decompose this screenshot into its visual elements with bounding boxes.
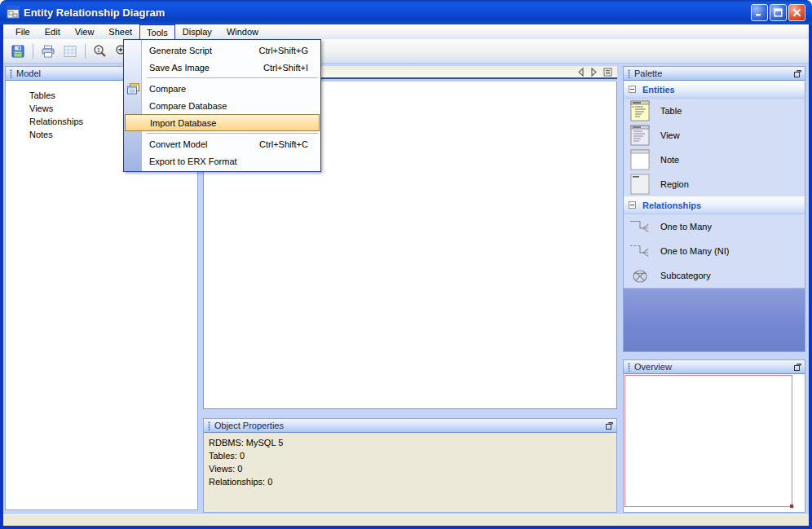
palette-item-region[interactable]: Region [624, 172, 805, 196]
menu-display[interactable]: Display [175, 24, 219, 39]
relationships-section-title: Relationships [642, 201, 701, 210]
close-icon [792, 8, 801, 17]
tools-dropdown-menu: Generate Script Ctrl+Shift+G Save As Ima… [123, 39, 321, 172]
grid-icon [62, 43, 78, 60]
shortcut-label: Ctrl+Shift+C [259, 139, 320, 149]
prop-tables: Tables: 0 [209, 449, 611, 462]
status-bar [3, 514, 809, 526]
subcategory-icon [629, 267, 651, 284]
sheet-list-button[interactable] [603, 68, 612, 77]
drag-grip[interactable] [10, 69, 12, 78]
overview-header: Overview [624, 360, 805, 374]
float-panel-button[interactable] [792, 68, 802, 78]
menu-window[interactable]: Window [219, 24, 266, 39]
palette-item-label: Note [660, 155, 679, 165]
menu-edit[interactable]: Edit [38, 24, 68, 39]
palette-panel: Palette Entities [623, 66, 805, 352]
palette-item-note[interactable]: Note [624, 148, 805, 172]
sheet-next-button[interactable] [590, 68, 598, 77]
minimize-icon [755, 8, 764, 17]
palette-item-one-to-many[interactable]: One to Many [624, 214, 805, 239]
prop-views: Views: 0 [209, 462, 611, 475]
overview-title: Overview [634, 362, 792, 372]
palette-item-label: One to Many [660, 222, 712, 231]
object-properties-header: Object Properties [204, 419, 616, 433]
entities-section-title: Entities [642, 85, 675, 95]
zoom-actual-icon: 1 [92, 43, 108, 60]
save-icon [10, 43, 26, 60]
toolbar-separator [85, 44, 86, 59]
palette-item-label: Subcategory [660, 271, 711, 280]
drag-grip[interactable] [628, 363, 630, 372]
float-panel-button[interactable] [604, 421, 614, 430]
float-icon [793, 363, 802, 372]
palette-item-label: View [660, 130, 680, 140]
app-window: Entity Relationship Diagram File Edit Vi… [0, 0, 812, 529]
minimize-button[interactable] [751, 4, 768, 21]
object-properties-panel: Object Properties RDBMS: MySQL 5 Tables:… [203, 418, 617, 513]
palette-item-subcategory[interactable]: Subcategory [624, 263, 805, 288]
float-panel-button[interactable] [792, 362, 802, 372]
menu-item-generate-script[interactable]: Generate Script Ctrl+Shift+G [125, 42, 320, 59]
close-button[interactable] [788, 4, 805, 21]
collapse-icon[interactable] [629, 201, 636, 209]
overview-viewport-rect[interactable] [624, 375, 792, 507]
overview-body [624, 374, 805, 512]
save-button[interactable] [8, 42, 28, 61]
view-entity-icon [629, 125, 651, 146]
menu-item-export-to-erx[interactable]: Export to ERX Format [125, 152, 320, 170]
shortcut-label: Ctrl+Shift+G [258, 46, 320, 55]
palette-title: Palette [634, 68, 792, 78]
list-icon [603, 68, 612, 77]
palette-body: Entities Table [624, 81, 805, 351]
menu-item-import-database[interactable]: Import Database [125, 114, 320, 131]
palette-item-label: Region [660, 179, 689, 189]
table-entity-icon [629, 100, 651, 121]
menu-item-compare[interactable]: Compare [125, 80, 320, 97]
menu-file[interactable]: File [8, 24, 38, 39]
app-icon [7, 6, 20, 19]
palette-header: Palette [624, 67, 805, 81]
sheet-prev-button[interactable] [577, 68, 585, 77]
window-title: Entity Relationship Diagram [24, 7, 751, 19]
menu-item-save-as-image[interactable]: Save As Image Ctrl+Shift+I [125, 59, 320, 76]
toolbar-separator [33, 44, 33, 59]
palette-item-label: One to Many (NI) [660, 246, 729, 256]
menu-bar: File Edit View Sheet Tools Display Windo… [3, 24, 809, 39]
zoom-actual-button[interactable]: 1 [90, 42, 110, 61]
chevron-right-icon [590, 68, 598, 77]
chevron-left-icon [577, 68, 585, 77]
viewport-resize-handle[interactable] [790, 505, 793, 508]
overview-panel: Overview [623, 359, 805, 513]
one-to-many-ni-icon [629, 242, 651, 260]
palette-item-one-to-many-ni[interactable]: One to Many (NI) [624, 239, 805, 263]
maximize-button[interactable] [770, 4, 787, 21]
title-bar: Entity Relationship Diagram [0, 0, 812, 24]
relationships-section-header[interactable]: Relationships [624, 196, 805, 214]
menu-sheet[interactable]: Sheet [101, 24, 139, 39]
note-entity-icon [629, 149, 651, 170]
object-properties-body: RDBMS: MySQL 5 Tables: 0 Views: 0 Relati… [204, 433, 616, 512]
float-icon [793, 69, 802, 78]
grid-button[interactable] [60, 42, 80, 61]
palette-item-label: Table [660, 106, 682, 116]
entities-section-header[interactable]: Entities [624, 81, 805, 99]
print-icon [40, 43, 56, 60]
prop-relationships: Relationships: 0 [209, 475, 611, 488]
region-entity-icon [629, 174, 651, 195]
palette-item-view[interactable]: View [624, 123, 805, 148]
drag-grip[interactable] [628, 69, 630, 78]
maximize-icon [774, 8, 783, 17]
menu-item-convert-model[interactable]: Convert Model Ctrl+Shift+C [125, 135, 320, 152]
drag-grip[interactable] [208, 421, 210, 430]
shortcut-label: Ctrl+Shift+I [263, 63, 320, 73]
menu-item-compare-database[interactable]: Compare Database [125, 97, 320, 114]
collapse-icon[interactable] [629, 86, 636, 93]
one-to-many-icon [629, 218, 651, 236]
print-button[interactable] [38, 42, 58, 61]
menu-tools[interactable]: Tools [139, 24, 175, 39]
menu-view[interactable]: View [68, 24, 102, 39]
compare-icon [126, 82, 140, 98]
prop-rdbms: RDBMS: MySQL 5 [209, 436, 611, 449]
palette-item-table[interactable]: Table [624, 99, 805, 123]
